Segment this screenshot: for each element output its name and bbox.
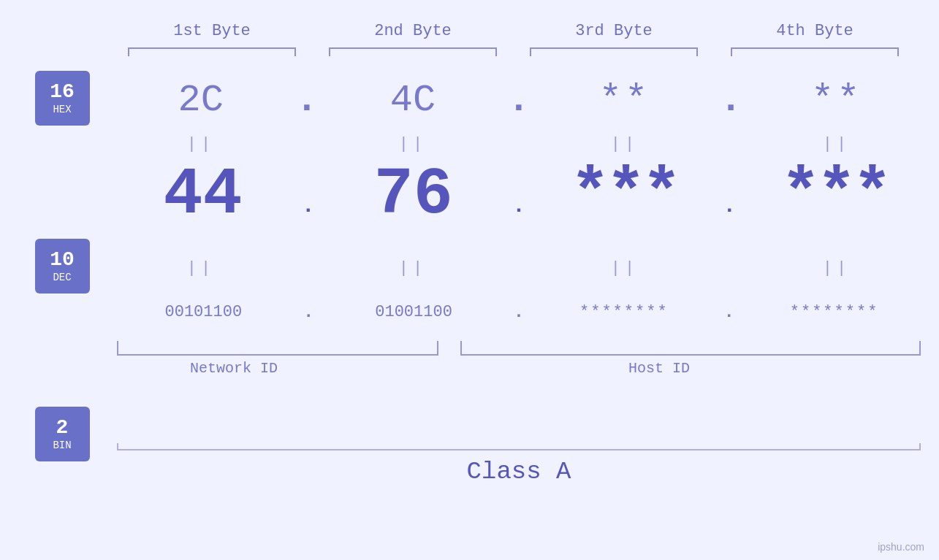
dec-b2: 76 [341, 158, 487, 232]
byte3-label: 3rd Byte [522, 22, 705, 40]
dec-badge-num: 10 [50, 249, 75, 272]
bracket1 [128, 47, 296, 56]
byte2-label: 2nd Byte [322, 22, 504, 40]
dec-dot2: . [512, 193, 525, 218]
hex-badge-unit: HEX [53, 104, 71, 115]
badge-column: 16 HEX 10 DEC 2 BIN [0, 71, 102, 461]
class-label: Class A [117, 458, 921, 486]
eq2-b3: || [552, 259, 698, 277]
equals-row-2: || || || || [117, 253, 921, 283]
hex-dot3: . [720, 79, 742, 122]
hex-dot1: . [295, 79, 318, 122]
bin-row: 00101100 . 01001100 . ******** . *******… [117, 290, 921, 334]
eq1-b4: || [764, 135, 910, 153]
bracket4 [731, 47, 899, 56]
equals-row-1: || || || || [117, 129, 921, 158]
network-id-label: Network ID [190, 360, 278, 377]
host-id-label: Host ID [628, 360, 690, 377]
eq2-b1: || [128, 259, 274, 277]
dec-b1: 44 [130, 158, 276, 232]
dec-b4: *** [761, 158, 908, 232]
bin-b1: 00101100 [130, 303, 276, 321]
watermark: ipshu.com [878, 541, 924, 553]
host-bracket [460, 341, 921, 356]
bin-badge-unit: BIN [53, 440, 71, 451]
dec-badge: 10 DEC [35, 239, 90, 294]
dec-dot3: . [723, 193, 736, 218]
bin-b4: ******** [761, 303, 908, 321]
hex-badge: 16 HEX [35, 71, 90, 126]
bin-dot1: . [303, 302, 313, 322]
bin-b3: ******** [551, 303, 697, 321]
eq2-b4: || [764, 259, 910, 277]
hex-b1: 2C [128, 79, 274, 122]
bin-badge: 2 BIN [35, 407, 90, 461]
bracket-row [112, 47, 916, 56]
eq1-b1: || [128, 135, 274, 153]
bracket3 [530, 47, 698, 56]
dec-row: 44 . 76 . *** . *** [117, 158, 921, 231]
class-bracket [117, 443, 921, 450]
hex-row: 2C . 4C . ** . ** [117, 71, 921, 129]
hex-b2: 4C [340, 79, 486, 122]
network-bracket [117, 341, 438, 356]
bottom-brackets: Network ID Host ID [117, 341, 921, 392]
main-container: 1st Byte 2nd Byte 3rd Byte 4th Byte 16 H… [0, 0, 939, 560]
hex-badge-num: 16 [50, 81, 75, 104]
bin-b2: 01001100 [341, 303, 487, 321]
byte1-label: 1st Byte [121, 22, 303, 40]
byte4-label: 4th Byte [723, 22, 906, 40]
bracket2 [329, 47, 497, 56]
class-area: Class A [117, 443, 921, 486]
hex-dot2: . [507, 79, 530, 122]
values-area: 2C . 4C . ** . ** || || || || 44 [102, 71, 939, 486]
hex-b3: ** [552, 79, 698, 122]
dec-dot1: . [302, 193, 315, 218]
hex-b4: ** [764, 79, 910, 122]
bin-dot3: . [724, 302, 734, 322]
eq2-b2: || [340, 259, 486, 277]
byte-headers: 1st Byte 2nd Byte 3rd Byte 4th Byte [112, 22, 916, 40]
bin-badge-num: 2 [56, 417, 69, 440]
dec-badge-unit: DEC [53, 272, 71, 283]
eq1-b3: || [552, 135, 698, 153]
eq1-b2: || [340, 135, 486, 153]
bin-dot2: . [514, 302, 524, 322]
dec-b3: *** [551, 158, 697, 232]
